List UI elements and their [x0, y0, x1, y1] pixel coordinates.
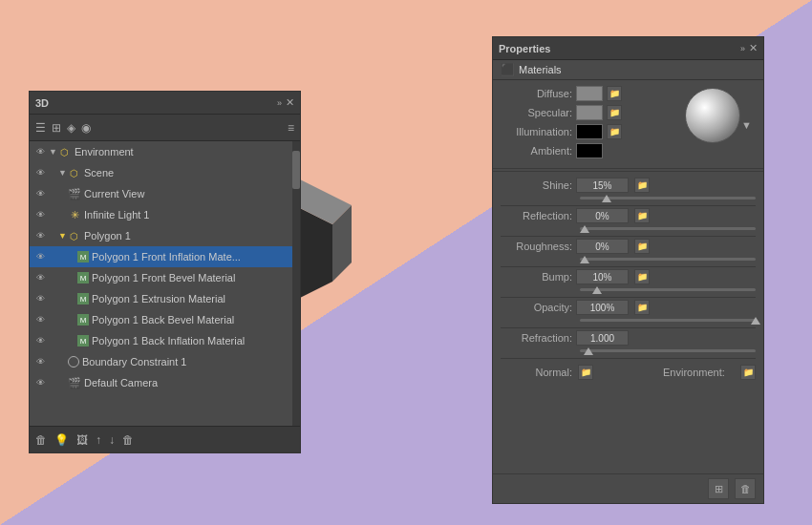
layer-scene[interactable]: 👁 ▼ ⬡ Scene	[30, 162, 300, 183]
opacity-slider-row	[501, 319, 756, 322]
opacity-value[interactable]: 100%	[576, 300, 629, 315]
illumination-swatch[interactable]	[576, 124, 603, 139]
footer-trash-icon[interactable]: 🗑	[122, 433, 134, 447]
diffuse-swatch[interactable]	[576, 86, 603, 101]
footer-up-icon[interactable]: ↑	[96, 433, 101, 447]
eye-icon-constraint[interactable]: 👁	[33, 355, 47, 368]
bump-slider[interactable]	[580, 288, 756, 291]
props-close-icon[interactable]: ✕	[749, 42, 758, 54]
eye-icon-mat5[interactable]: 👁	[33, 334, 47, 347]
opacity-label: Opacity:	[501, 302, 572, 313]
diffuse-label: Diffuse:	[501, 88, 572, 99]
refraction-label: Refraction:	[501, 332, 572, 344]
eye-icon-camera[interactable]: 👁	[33, 376, 47, 389]
layer-name-infinite-light: Infinite Light 1	[84, 209, 296, 220]
ambient-swatch[interactable]	[576, 143, 603, 158]
reflection-value[interactable]: 0%	[576, 208, 629, 223]
environment-folder-btn[interactable]: 📁	[740, 365, 756, 380]
layer-mat3[interactable]: 👁 M Polygon 1 Extrusion Material	[30, 288, 300, 309]
props-header-icons: » ✕	[740, 42, 758, 54]
specular-folder-btn[interactable]: 📁	[607, 105, 622, 120]
expand-scene[interactable]: ▼	[58, 168, 67, 178]
roughness-slider-row	[501, 258, 756, 261]
layer-name-constraint: Boundary Constraint 1	[82, 356, 296, 368]
bump-label: Bump:	[501, 271, 572, 283]
eye-icon-polygon1[interactable]: 👁	[33, 229, 47, 242]
illumination-folder-btn[interactable]: 📁	[607, 124, 622, 139]
shine-slider[interactable]	[580, 197, 756, 200]
double-arrow-icon[interactable]: »	[277, 98, 282, 108]
roughness-value[interactable]: 0%	[576, 239, 629, 254]
bump-folder-btn[interactable]: 📁	[634, 269, 650, 284]
layer-infinite-light[interactable]: 👁 ✳ Infinite Light 1	[30, 204, 300, 225]
layer-default-camera[interactable]: 👁 🎬 Default Camera	[30, 372, 300, 393]
panel-3d-title: 3D	[35, 97, 49, 109]
eye-icon-env[interactable]: 👁	[33, 145, 47, 158]
layer-name-polygon1: Polygon 1	[84, 230, 296, 242]
sphere-nav-icon[interactable]: ▼	[741, 119, 752, 131]
footer-delete-icon[interactable]: 🗑	[35, 433, 47, 447]
expand-polygon1[interactable]: ▼	[58, 231, 67, 241]
layer-mat5[interactable]: 👁 M Polygon 1 Back Inflation Material	[30, 330, 300, 351]
refraction-slider[interactable]	[580, 349, 756, 352]
toolbar-list-icon[interactable]: ☰	[35, 121, 46, 135]
props-footer-add-btn[interactable]: ⊞	[708, 478, 729, 499]
tab-materials[interactable]: ⬛ Materials	[493, 60, 763, 80]
eye-icon-mat2[interactable]: 👁	[33, 271, 47, 284]
eye-icon-mat3[interactable]: 👁	[33, 292, 47, 305]
reflection-label: Reflection:	[501, 210, 572, 221]
shine-row: Shine: 15% 📁	[501, 178, 756, 193]
refraction-value[interactable]: 1.000	[576, 330, 629, 346]
reflection-folder-btn[interactable]: 📁	[634, 208, 650, 223]
scrollbar-track	[292, 141, 300, 426]
props-double-arrow-icon[interactable]: »	[740, 44, 745, 53]
layer-environment[interactable]: 👁 ▼ ⬡ Environment	[30, 141, 300, 162]
icon-mat5: M	[77, 335, 89, 346]
roughness-slider[interactable]	[580, 258, 756, 261]
bump-value[interactable]: 10%	[576, 269, 629, 284]
layer-polygon1[interactable]: 👁 ▼ ⬡ Polygon 1	[30, 225, 300, 246]
icon-mat4: M	[77, 314, 89, 326]
panel-3d-header: 3D » ✕	[30, 92, 300, 115]
eye-icon-light[interactable]: 👁	[33, 208, 47, 221]
toolbar-light-icon[interactable]: ◉	[81, 121, 91, 135]
scrollbar-thumb[interactable]	[292, 151, 300, 189]
close-icon[interactable]: ✕	[286, 96, 294, 109]
expand-env[interactable]: ▼	[49, 147, 57, 157]
layer-mat1[interactable]: 👁 M Polygon 1 Front Inflation Mate...	[30, 246, 300, 267]
bump-row: Bump: 10% 📁	[501, 269, 756, 284]
eye-icon-mat4[interactable]: 👁	[33, 313, 47, 326]
materials-tab-icon: ⬛	[501, 63, 515, 76]
footer-light-icon[interactable]: 💡	[54, 433, 69, 447]
layer-mat4[interactable]: 👁 M Polygon 1 Back Bevel Material	[30, 309, 300, 330]
diffuse-folder-btn[interactable]: 📁	[607, 86, 622, 101]
layer-current-view[interactable]: 👁 🎬 Current View	[30, 183, 300, 204]
specular-swatch[interactable]	[576, 105, 603, 120]
shine-value[interactable]: 15%	[576, 178, 629, 193]
eye-icon-currview[interactable]: 👁	[33, 187, 47, 200]
panel-3d-toolbar: ☰ ⊞ ◈ ◉ ≡	[30, 115, 300, 141]
reflection-slider[interactable]	[580, 227, 756, 230]
eye-icon-scene[interactable]: 👁	[33, 166, 47, 179]
footer-image-icon[interactable]: 🖼	[76, 433, 88, 447]
opacity-folder-btn[interactable]: 📁	[634, 300, 650, 315]
layer-mat2[interactable]: 👁 M Polygon 1 Front Bevel Material	[30, 267, 300, 288]
roughness-folder-btn[interactable]: 📁	[634, 239, 650, 254]
layer-name-scene: Scene	[84, 167, 296, 178]
shine-slider-row	[501, 197, 756, 200]
icon-mat3: M	[77, 293, 89, 304]
reflection-row: Reflection: 0% 📁	[501, 208, 756, 223]
layer-constraint[interactable]: 👁 Boundary Constraint 1	[30, 351, 300, 372]
toolbar-menu-icon[interactable]: ≡	[288, 121, 294, 135]
opacity-slider[interactable]	[580, 319, 756, 322]
layer-name-current-view: Current View	[84, 188, 296, 200]
props-footer-delete-btn[interactable]: 🗑	[735, 478, 756, 499]
layer-name-environment: Environment	[75, 146, 296, 158]
toolbar-table-icon[interactable]: ⊞	[52, 121, 61, 135]
eye-icon-mat1[interactable]: 👁	[33, 250, 47, 263]
normal-folder-btn[interactable]: 📁	[578, 365, 593, 380]
toolbar-cube-icon[interactable]: ◈	[67, 121, 75, 135]
specular-label: Specular:	[501, 107, 572, 118]
shine-folder-btn[interactable]: 📁	[634, 178, 650, 193]
footer-down-icon[interactable]: ↓	[109, 433, 115, 447]
